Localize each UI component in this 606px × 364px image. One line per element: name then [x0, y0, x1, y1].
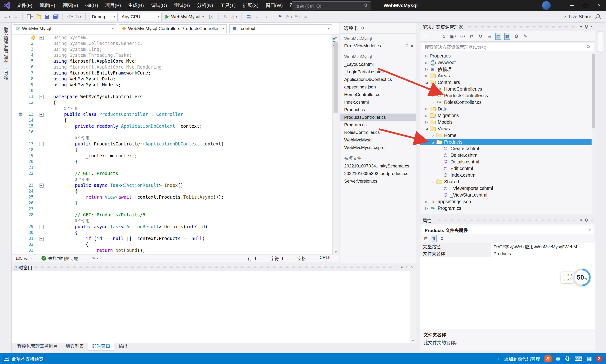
alphabetical-icon[interactable]: ⇅	[431, 235, 437, 242]
maximize-button[interactable]	[579, 0, 592, 11]
tree-item-viewimports-cshtml[interactable]: @_ViewImports.cshtml	[420, 185, 595, 192]
properties-object-select[interactable]: Products 文件夹属性 ▾	[422, 226, 593, 234]
switch-views-icon[interactable]: ▣▾	[450, 33, 456, 40]
codelens-label[interactable]: 3 个引用	[46, 176, 90, 182]
tree-item-shared[interactable]: ▷Shared	[420, 178, 595, 185]
expander-icon[interactable]: ▷	[423, 61, 430, 64]
codelens-label[interactable]: 0 个引用	[46, 218, 90, 224]
menu-视图-v[interactable]: 视图(V)	[59, 0, 82, 11]
toggle-bookmark-button[interactable]: ⚑	[276, 13, 283, 21]
tree-item-delete-cshtml[interactable]: @Delete.cshtml	[420, 152, 595, 158]
bottom-tab-错误列表[interactable]: 错误列表	[62, 343, 88, 351]
immediate-scrollbar[interactable]: ▲ ▼	[410, 271, 416, 343]
code-preview-button[interactable]: ▤	[245, 13, 252, 21]
notification-badge[interactable]: 2	[596, 356, 602, 362]
docwell-item-index-cshtml[interactable]: Index.cshtml	[340, 98, 416, 106]
lightbulb-icon[interactable]	[31, 36, 35, 39]
expander-icon[interactable]: ▷	[423, 120, 430, 124]
expander-icon[interactable]: ▷	[423, 114, 430, 117]
filter-icon[interactable]: ▽▾	[459, 33, 465, 40]
tree-item-create-cshtml[interactable]: @Create.cshtml	[420, 145, 595, 152]
tree-item-homecontroller-cs[interactable]: ▷C#HomeController.cs	[420, 86, 595, 92]
tree-item-program-cs[interactable]: ▷C#Program.cs	[420, 205, 595, 211]
tree-item-依赖项[interactable]: ▷▣依赖项	[420, 66, 595, 72]
tree-item-properties[interactable]: ▷⚙Properties	[420, 52, 595, 59]
expander-icon[interactable]: ▷	[430, 87, 436, 91]
performance-gauge[interactable]: 50 %	[573, 269, 591, 286]
network-speed-overlay[interactable]: ↑0 K/s ↓0 K/s 50 %	[561, 269, 591, 286]
fold-toggle-icon[interactable]	[37, 224, 46, 230]
account-icon[interactable]	[595, 14, 600, 19]
navigate-back-button[interactable]: ←▾	[3, 13, 10, 21]
edit-mode-icon[interactable]: ✎▾	[92, 256, 98, 261]
nav-forward-icon[interactable]: →	[432, 33, 438, 40]
property-row-文件夹名称[interactable]: 文件夹名称Products	[420, 250, 595, 257]
categorized-icon[interactable]: ⊞	[423, 235, 429, 242]
type-dropdown[interactable]: WebMvcMysql.Controllers.ProductsControll…	[119, 24, 227, 33]
chevron-down-icon[interactable]: ▾	[401, 265, 403, 270]
menu-生成-b[interactable]: 生成(B)	[124, 0, 148, 11]
menu-调试-d[interactable]: 调试(D)	[148, 0, 171, 11]
fold-toggle-icon[interactable]	[37, 141, 46, 147]
chevron-down-icon[interactable]: ▾	[580, 218, 582, 223]
expander-icon[interactable]: ▷	[423, 67, 430, 71]
ime-grid-icon[interactable]: ▦	[587, 356, 592, 362]
scroll-down-icon[interactable]: ▼	[333, 250, 339, 254]
health-check-icon[interactable]: ✓	[41, 256, 46, 261]
server-explorer-vertical-tab[interactable]: 服务器资源管理器	[3, 26, 9, 63]
restart-app-button[interactable]: ↻	[222, 13, 229, 21]
docwell-item-errorviewmodel-cs[interactable]: ErrorViewModel.cs×	[340, 42, 416, 50]
chevron-down-icon[interactable]: ▾	[580, 24, 582, 29]
close-icon[interactable]: ×	[590, 218, 593, 222]
editor-scrollbar[interactable]: ▲ ▼	[332, 35, 339, 254]
immediate-window-content[interactable]: ▲ ▼	[12, 271, 416, 343]
properties-icon[interactable]: ⚙	[513, 33, 519, 40]
scrollbar-thumb[interactable]	[598, 31, 603, 52]
docwell-item-product-cs[interactable]: Product.cs	[340, 106, 416, 114]
expander-icon[interactable]: ▷	[423, 200, 430, 203]
open-folder-button[interactable]	[35, 13, 42, 21]
solution-search-input[interactable]: 搜索解决方案资源管理器(Ctrl+;)	[422, 43, 593, 51]
menu-窗口-w[interactable]: 窗口(W)	[262, 0, 286, 11]
panel-drag-grip[interactable]	[434, 219, 575, 221]
tree-item-edit-cshtml[interactable]: @Edit.cshtml	[420, 165, 595, 172]
bookmark-window-button[interactable]: ≡	[302, 13, 309, 21]
expander-icon[interactable]: ▷	[423, 207, 430, 210]
save-button[interactable]	[43, 13, 50, 21]
codelens-label[interactable]: 0 个引用	[46, 135, 90, 141]
bottom-tab-输出[interactable]: 输出	[115, 343, 131, 351]
codelens-label[interactable]: 1 个引用	[46, 105, 79, 111]
menu-项目-p[interactable]: 项目(P)	[102, 0, 124, 11]
collapse-all-icon[interactable]: ⊟	[486, 33, 492, 40]
tree-item-wwwroot[interactable]: ▷wwwroot	[420, 59, 595, 66]
tree-item-productscontroller-cs[interactable]: ▷C#ProductsController.cs	[420, 92, 595, 99]
ime-language-indicator[interactable]: 英	[556, 355, 560, 362]
tree-item-models[interactable]: ▷Models	[420, 119, 595, 125]
menu-工具-t[interactable]: 工具(T)	[216, 0, 239, 11]
close-icon[interactable]: ×	[590, 24, 593, 29]
pin-icon[interactable]	[405, 265, 409, 269]
docwell-item-webmvcmysql-csproj[interactable]: WebMvcMysql.csproj	[340, 144, 416, 151]
tree-scrollbar[interactable]	[592, 52, 595, 214]
docwell-item-webmvcmysql[interactable]: WebMvcMysql	[340, 136, 416, 144]
expander-icon[interactable]: ◢	[430, 140, 436, 144]
zoom-select[interactable]: 105 %▾	[13, 256, 36, 261]
docwell-item-serverversion-cs[interactable]: ServerVersion.cs	[340, 177, 416, 185]
panel-drag-grip[interactable]	[466, 26, 575, 28]
docwell-item-rolescontroller-cs[interactable]: RolesController.cs	[340, 129, 416, 136]
hot-reload-button[interactable]: ♨▾	[230, 13, 238, 21]
keyboard-icon[interactable]: ⌨	[575, 355, 583, 362]
undo-button[interactable]: ↺▾	[66, 13, 73, 21]
edit-icon[interactable]: ✎	[523, 33, 528, 40]
redo-button[interactable]: ↻▾	[75, 13, 82, 21]
new-project-button[interactable]: ▾	[26, 13, 33, 21]
scrollbar-thumb[interactable]	[334, 42, 338, 113]
fold-toggle-icon[interactable]	[37, 235, 46, 242]
tree-item-products[interactable]: ◢Products	[420, 139, 595, 145]
expander-icon[interactable]: ◢	[423, 127, 430, 130]
expander-icon[interactable]: ▷	[430, 101, 436, 104]
menu-git-g[interactable]: Git(G)	[82, 0, 102, 11]
docwell-item-2022101007034-ntityschema-cs[interactable]: 2022101007034...ntitySchema.cs	[340, 162, 416, 170]
docwell-item-program-cs[interactable]: Program.cs	[340, 121, 416, 129]
docwell-item-20221010085302-addproduct-cs[interactable]: 20221010085302_addproduct.cs	[340, 170, 416, 177]
